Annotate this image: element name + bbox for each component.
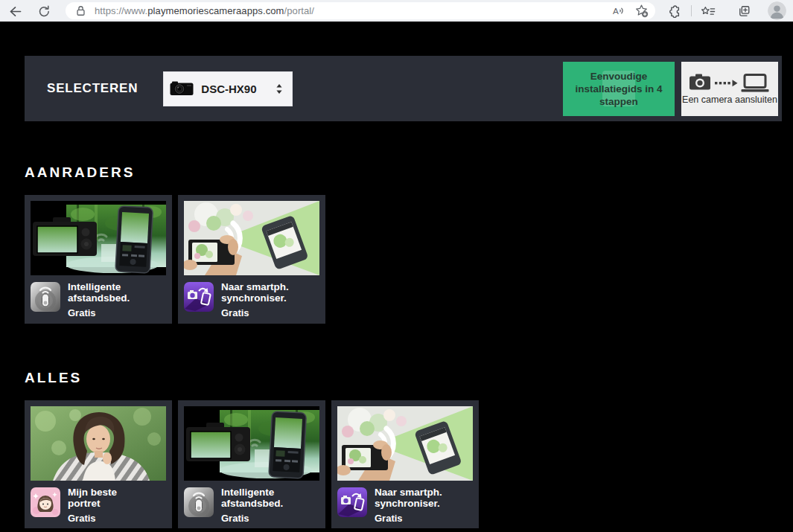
app-price: Gratis	[68, 513, 117, 524]
connect-camera-label: Een camera aansluiten	[682, 94, 777, 105]
app-screenshot-sync	[337, 406, 473, 481]
select-arrows-icon	[276, 83, 283, 94]
card-footer: Naar smartph. synchroniser. Gratis	[184, 282, 319, 318]
camera-to-laptop-icon	[688, 72, 771, 93]
card-footer: Naar smartph. synchroniser. Gratis	[337, 487, 473, 524]
add-favorite-icon[interactable]	[633, 4, 649, 19]
app-price: Gratis	[375, 513, 442, 524]
refresh-icon[interactable]	[36, 3, 52, 19]
camera-model-select[interactable]: DSC-HX90	[163, 71, 293, 106]
app-screenshot-portrait	[31, 406, 166, 481]
sync-to-smartphone-icon	[184, 282, 214, 312]
app-texts: Naar smartph. synchroniser. Gratis	[221, 282, 289, 318]
app-texts: Mijn beste portret Gratis	[68, 487, 117, 524]
sync-to-smartphone-icon	[337, 487, 367, 517]
app-card-mijn-beste-portret[interactable]: Mijn beste portret Gratis	[25, 400, 172, 528]
card-footer: Mijn beste portret Gratis	[31, 487, 166, 524]
address-bar[interactable]: https://www.playmemoriescameraapps.com/p…	[66, 2, 655, 19]
app-title-line2: portret	[68, 499, 117, 510]
portrait-icon	[31, 487, 60, 517]
lock-icon	[76, 5, 86, 16]
app-title-line1: Naar smartph.	[221, 282, 289, 293]
app-texts: Intelligente afstandsbed. Gratis	[68, 282, 130, 318]
app-card-intelligente-afstandsbed[interactable]: Intelligente afstandsbed. Gratis	[178, 400, 325, 528]
card-footer: Intelligente afstandsbed. Gratis	[184, 487, 319, 524]
portal-page: SELECTEREN DSC-HX90 Eenvoudige installat…	[0, 22, 793, 532]
section-title-aanraders: AANRADERS	[25, 164, 135, 181]
extensions-icon[interactable]	[666, 3, 682, 19]
camera-select-bar: SELECTEREN DSC-HX90 Eenvoudige installat…	[25, 56, 782, 121]
app-texts: Intelligente afstandsbed. Gratis	[221, 487, 283, 524]
app-title-line2: synchroniser.	[221, 293, 289, 304]
app-title-line1: Intelligente	[221, 487, 283, 499]
toolbar-divider	[691, 5, 692, 16]
app-price: Gratis	[221, 513, 283, 524]
app-title-line2: afstandsbed.	[68, 293, 130, 304]
app-texts: Naar smartph. synchroniser. Gratis	[375, 487, 442, 524]
url-path: /portal/	[284, 5, 315, 16]
app-screenshot-remote	[184, 406, 319, 481]
url-text[interactable]: https://www.playmemoriescameraapps.com/p…	[95, 5, 605, 16]
remote-control-icon	[184, 487, 214, 517]
back-icon[interactable]	[7, 3, 23, 19]
app-card-naar-smartphone[interactable]: Naar smartph. synchroniser. Gratis	[331, 400, 479, 528]
connect-camera-button[interactable]: Een camera aansluiten	[681, 62, 778, 116]
favorites-icon[interactable]	[700, 3, 716, 19]
svg-text:A: A	[613, 6, 619, 16]
app-title-line2: afstandsbed.	[221, 499, 283, 510]
app-card-intelligente-afstandsbed[interactable]: Intelligente afstandsbed. Gratis	[25, 195, 172, 324]
card-row-aanraders: Intelligente afstandsbed. Gratis	[25, 195, 325, 324]
url-scheme: https://www.	[95, 5, 147, 16]
app-title-line1: Naar smartph.	[375, 487, 442, 499]
app-title-line1: Intelligente	[68, 282, 130, 293]
remote-control-icon	[31, 282, 60, 312]
app-screenshot-sync	[184, 201, 319, 275]
camera-thumbnail-icon	[170, 80, 194, 97]
card-row-alles: Mijn beste portret Gratis	[25, 400, 479, 528]
installation-guide-button[interactable]: Eenvoudige installatiegids in 4 stappen	[563, 62, 675, 116]
app-title-line1: Mijn beste	[68, 487, 117, 499]
app-price: Gratis	[221, 307, 289, 318]
app-screenshot-remote	[31, 201, 166, 275]
app-title-line2: synchroniser.	[375, 499, 442, 510]
installation-guide-label: Eenvoudige installatiegids in 4 stappen	[575, 71, 662, 107]
app-card-naar-smartphone[interactable]: Naar smartph. synchroniser. Gratis	[178, 195, 325, 324]
profile-avatar[interactable]	[768, 1, 786, 20]
browser-toolbar: https://www.playmemoriescameraapps.com/p…	[0, 0, 793, 22]
app-price: Gratis	[68, 307, 130, 318]
camera-model-value: DSC-HX90	[201, 83, 256, 95]
read-aloud-icon[interactable]: A	[611, 4, 627, 19]
url-domain: playmemoriescameraapps.com	[147, 5, 284, 16]
section-title-alles: ALLES	[25, 370, 82, 386]
collections-icon[interactable]	[736, 3, 752, 19]
select-label: SELECTEREN	[47, 81, 138, 96]
card-footer: Intelligente afstandsbed. Gratis	[31, 282, 166, 318]
